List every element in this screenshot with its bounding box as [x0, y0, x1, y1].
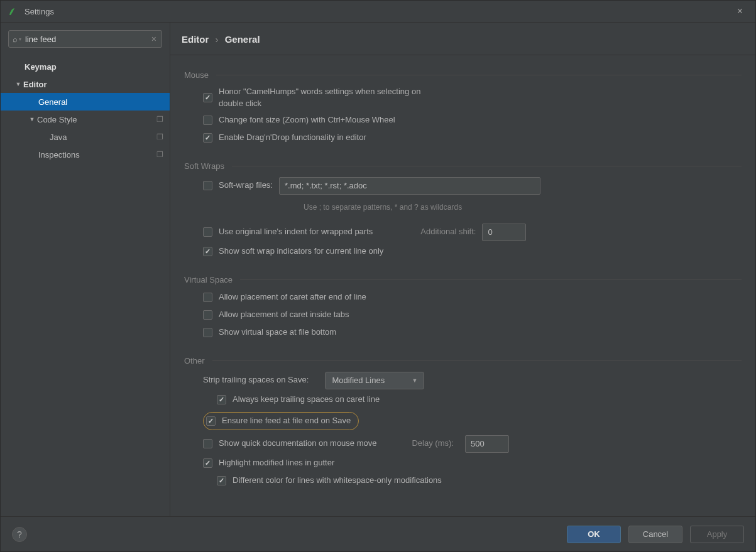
breadcrumb: Editor › General: [170, 23, 755, 55]
titlebar: Settings ×: [1, 1, 755, 23]
scheme-icon: ❐: [156, 133, 163, 141]
sidebar-item-label: Code Style: [37, 115, 156, 124]
option-keep-caret-spaces[interactable]: Always keep trailing spaces on caret lin…: [184, 393, 742, 407]
help-button[interactable]: ?: [12, 527, 27, 542]
sidebar-item-keymap[interactable]: Keymap: [1, 58, 170, 75]
select-value: Modified Lines: [332, 376, 385, 385]
sidebar-item-java[interactable]: Java ❐: [1, 128, 170, 146]
option-label: Allow placement of caret after end of li…: [219, 291, 366, 303]
section-header-other: Other: [184, 356, 742, 365]
search-input[interactable]: [25, 35, 150, 44]
sidebar-item-general[interactable]: General: [1, 93, 170, 111]
option-label: Ensure line feed at file end on Save: [222, 415, 351, 427]
button-label: Apply: [707, 529, 728, 539]
option-softwrap-files: Soft-wrap files:: [184, 177, 742, 195]
sidebar-item-label: Inspections: [38, 150, 156, 160]
checkbox[interactable]: [203, 293, 212, 302]
section-title: Other: [184, 356, 205, 365]
checkbox[interactable]: [206, 416, 216, 426]
option-quick-doc[interactable]: Show quick documentation on mouse move D…: [184, 435, 742, 453]
softwrap-hint-row: Use ; to separate patterns, * and ? as w…: [184, 198, 742, 212]
settings-scroll[interactable]: Mouse Honor "CamelHumps" words settings …: [170, 55, 755, 516]
scheme-icon: ❐: [156, 150, 163, 159]
section-header-mouse: Mouse: [184, 70, 742, 80]
section-divider: [240, 279, 742, 280]
option-camelhumps[interactable]: Honor "CamelHumps" words settings when s…: [184, 86, 742, 110]
section-title: Soft Wraps: [184, 161, 224, 171]
section-header-virtual: Virtual Space: [184, 275, 742, 284]
sidebar-item-label: Java: [50, 133, 156, 142]
checkbox[interactable]: [217, 476, 226, 485]
sidebar-item-label: Keymap: [25, 62, 163, 72]
option-original-indent[interactable]: Use original line's indent for wrapped p…: [184, 224, 742, 241]
sidebar-item-code-style[interactable]: ▼ Code Style ❐: [1, 111, 170, 128]
delay-input[interactable]: [465, 435, 509, 453]
option-label: Honor "CamelHumps" words settings when s…: [219, 86, 445, 110]
checkbox[interactable]: [203, 116, 212, 125]
strip-trailing-select[interactable]: Modified Lines ▼: [325, 372, 424, 389]
checkbox[interactable]: [217, 395, 226, 404]
settings-tree: Keymap ▼ Editor General ▼ Code Style ❐ J…: [1, 55, 170, 516]
option-ensure-line-feed[interactable]: Ensure line feed at file end on Save: [184, 412, 742, 430]
option-label: Show virtual space at file bottom: [219, 327, 336, 338]
softwrap-files-input[interactable]: [279, 177, 540, 195]
option-virtual-file-bottom[interactable]: Show virtual space at file bottom: [184, 326, 742, 340]
main-area: ⌕ ▾ × Keymap ▼ Editor General ▼: [1, 23, 755, 516]
sidebar-item-label: Editor: [23, 80, 163, 89]
option-highlight-gutter[interactable]: Highlight modified lines in gutter: [184, 457, 742, 470]
breadcrumb-separator-icon: ›: [216, 34, 219, 45]
checkbox[interactable]: [203, 181, 212, 190]
option-label: Allow placement of caret inside tabs: [219, 309, 349, 321]
close-icon[interactable]: ×: [732, 3, 748, 19]
hint-text: Use ; to separate patterns, * and ? as w…: [304, 203, 462, 212]
option-zoom[interactable]: Change font size (Zoom) with Ctrl+Mouse …: [184, 114, 742, 127]
expand-icon[interactable]: ▼: [14, 81, 22, 87]
section-title: Mouse: [184, 70, 209, 80]
search-dropdown-icon[interactable]: ▾: [19, 36, 21, 42]
additional-shift-label: Additional shift:: [420, 226, 476, 238]
option-caret-after-eol[interactable]: Allow placement of caret after end of li…: [184, 291, 742, 305]
option-label: Change font size (Zoom) with Ctrl+Mouse …: [219, 114, 395, 126]
settings-window: Settings × ⌕ ▾ × Keymap ▼ Editor: [0, 0, 756, 552]
option-label: Show soft wrap indicators for current li…: [219, 246, 383, 257]
delay-label: Delay (ms):: [412, 438, 453, 450]
clear-search-icon[interactable]: ×: [150, 34, 158, 44]
button-label: OK: [588, 529, 600, 539]
checkbox[interactable]: [203, 458, 212, 468]
apply-button[interactable]: Apply: [690, 526, 744, 543]
checkbox[interactable]: [203, 227, 212, 237]
option-label: Highlight modified lines in gutter: [219, 457, 334, 469]
checkbox[interactable]: [203, 93, 212, 102]
sidebar-item-inspections[interactable]: Inspections ❐: [1, 146, 170, 163]
app-icon: [8, 6, 18, 16]
sidebar-item-label: General: [38, 97, 163, 107]
section-divider: [212, 360, 742, 361]
option-label: Strip trailing spaces on Save:: [203, 374, 309, 386]
option-dragdrop[interactable]: Enable Drag'n'Drop functionality in edit…: [184, 131, 742, 145]
option-diff-color-whitespace[interactable]: Different color for lines with whitespac…: [184, 474, 742, 488]
option-label: Enable Drag'n'Drop functionality in edit…: [219, 132, 366, 144]
option-label: Soft-wrap files:: [219, 180, 279, 192]
window-title: Settings: [25, 7, 54, 16]
search-input-container: ⌕ ▾ ×: [8, 30, 162, 48]
checkbox[interactable]: [203, 310, 212, 320]
footer: ? OK Cancel Apply: [1, 516, 755, 551]
checkbox[interactable]: [203, 328, 212, 337]
content-panel: Editor › General Mouse Honor "CamelHumps…: [170, 23, 755, 516]
option-strip-trailing: Strip trailing spaces on Save: Modified …: [184, 372, 742, 389]
expand-icon[interactable]: ▼: [28, 116, 36, 122]
cancel-button[interactable]: Cancel: [628, 526, 682, 543]
breadcrumb-part: General: [225, 34, 260, 45]
checkbox[interactable]: [203, 133, 212, 143]
additional-shift-input[interactable]: [482, 224, 526, 241]
option-caret-inside-tabs[interactable]: Allow placement of caret inside tabs: [184, 308, 742, 322]
checkbox[interactable]: [203, 439, 212, 448]
option-softwrap-indicators[interactable]: Show soft wrap indicators for current li…: [184, 245, 742, 259]
ok-button[interactable]: OK: [567, 526, 621, 543]
checkbox[interactable]: [203, 247, 212, 256]
sidebar-item-editor[interactable]: ▼ Editor: [1, 75, 170, 93]
option-label: Use original line's indent for wrapped p…: [219, 226, 373, 238]
section-divider: [232, 166, 742, 166]
scheme-icon: ❐: [156, 115, 163, 124]
breadcrumb-part: Editor: [182, 34, 209, 45]
